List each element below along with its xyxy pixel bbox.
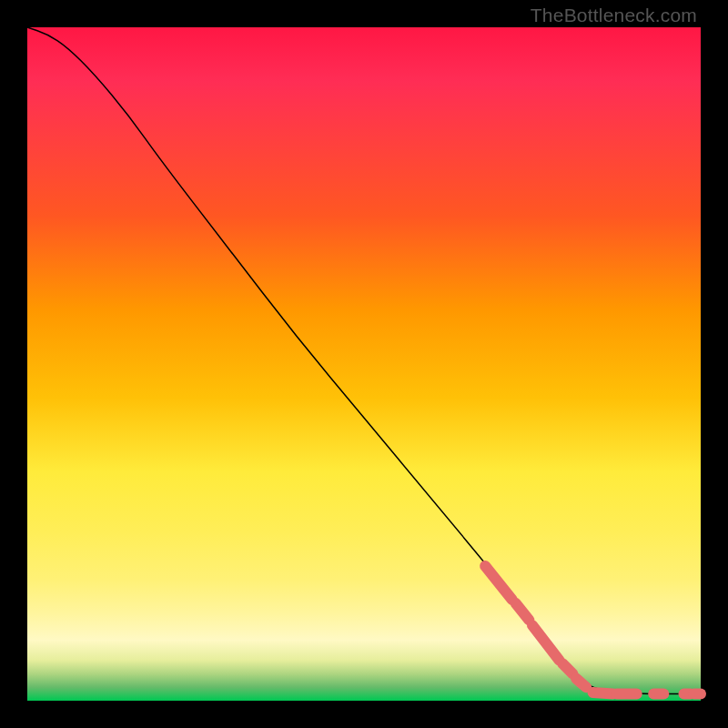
chart-svg [27, 27, 701, 701]
chart-container: TheBottleneck.com [0, 0, 728, 728]
marker-segment [562, 663, 572, 673]
marker-group [485, 566, 701, 694]
curve-line [27, 27, 701, 694]
marker-segment [576, 679, 586, 688]
watermark-text: TheBottleneck.com [531, 5, 697, 26]
marker-segment [532, 625, 560, 661]
marker-segment [516, 603, 530, 621]
plot-area [27, 27, 701, 701]
marker-segment [593, 693, 613, 694]
marker-segment [485, 566, 512, 600]
